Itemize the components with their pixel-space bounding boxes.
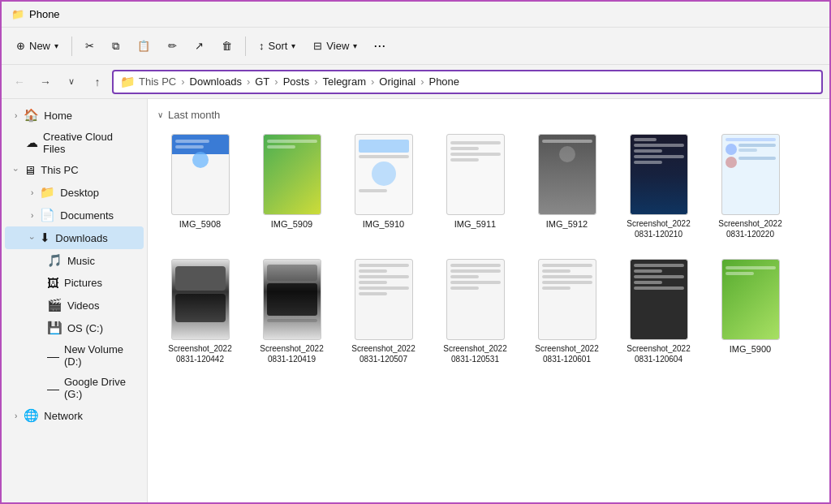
up-icon: ↑ <box>95 75 101 88</box>
list-item[interactable]: Screenshot_20220831-120604 <box>616 254 701 369</box>
share-button[interactable]: ↗ <box>187 36 212 56</box>
file-name: IMG_5911 <box>454 218 496 230</box>
sidebar-label-network: Network <box>44 410 83 422</box>
list-item[interactable]: Screenshot_20220831-120507 <box>341 254 426 369</box>
sidebar-item-os-c[interactable]: 💾 OS (C:) <box>5 317 144 339</box>
thumb-preview <box>172 135 229 214</box>
title-bar: 📁 Phone <box>2 2 829 28</box>
file-name: IMG_5912 <box>546 218 588 230</box>
separator-2 <box>245 37 246 56</box>
rename-icon: ✏ <box>168 40 177 52</box>
os-icon: 💾 <box>47 321 62 335</box>
list-item[interactable]: IMG_5900 <box>708 254 793 369</box>
sidebar-label-music: Music <box>67 255 95 267</box>
paste-icon: 📋 <box>137 40 150 52</box>
sidebar-label-downloads: Downloads <box>55 232 107 244</box>
file-thumb <box>446 134 505 215</box>
sidebar-item-downloads[interactable]: › ⬇ Downloads <box>5 226 144 249</box>
path-downloads: Downloads <box>190 75 242 88</box>
view-label: View <box>326 40 349 52</box>
rename-button[interactable]: ✏ <box>160 36 185 56</box>
dropdown-button[interactable]: ∨ <box>60 71 83 93</box>
file-thumb <box>630 134 688 215</box>
this-pc-icon: 🖥 <box>24 163 36 177</box>
path-this-pc: This PC <box>139 75 176 88</box>
list-item[interactable]: Screenshot_20220831-120531 <box>433 254 518 369</box>
file-thumb <box>630 259 688 340</box>
forward-button[interactable]: → <box>34 71 57 93</box>
view-dropdown-icon: ▾ <box>353 41 357 50</box>
file-name: Screenshot_20220831-120507 <box>351 343 415 364</box>
sidebar-item-desktop[interactable]: › 📁 Desktop <box>5 181 144 204</box>
path-posts: Posts <box>283 75 310 88</box>
sort-dropdown-icon: ▾ <box>291 41 295 50</box>
sidebar-item-videos[interactable]: 🎬 Videos <box>5 294 144 317</box>
file-thumb <box>263 259 321 340</box>
view-icon: ⊟ <box>313 40 322 52</box>
thumb-preview <box>447 135 504 214</box>
view-button[interactable]: ⊟ View ▾ <box>305 36 365 56</box>
file-name: Screenshot_20220831-120210 <box>626 218 690 239</box>
file-thumb <box>538 134 596 215</box>
file-name: Screenshot_20220831-120442 <box>168 343 231 364</box>
new-button[interactable]: ⊕ New ▾ <box>8 36 67 56</box>
cut-button[interactable]: ✂ <box>77 36 102 56</box>
thumb-preview <box>355 135 412 214</box>
file-name: Screenshot_20220831-120419 <box>260 343 323 364</box>
sidebar-item-music[interactable]: 🎵 Music <box>5 249 144 272</box>
copy-button[interactable]: ⧉ <box>104 36 127 57</box>
this-pc-expand-icon: › <box>11 169 20 171</box>
path-gt: GT <box>255 75 269 88</box>
new-label: New <box>29 40 50 52</box>
sidebar: › 🏠 Home ☁ Creative Cloud Files › 🖥 This… <box>2 99 148 504</box>
paste-button[interactable]: 📋 <box>129 36 158 56</box>
back-button[interactable]: ← <box>8 71 31 93</box>
desktop-icon: 📁 <box>40 185 55 200</box>
file-name: Screenshot_20220831-120220 <box>718 218 781 239</box>
list-item[interactable]: IMG_5910 <box>341 129 426 244</box>
music-icon: 🎵 <box>47 253 62 268</box>
delete-button[interactable]: 🗑 <box>213 36 240 56</box>
list-item[interactable]: IMG_5911 <box>433 129 518 244</box>
file-name: IMG_5909 <box>271 218 312 230</box>
sidebar-item-documents[interactable]: › 📄 Documents <box>5 204 144 226</box>
sidebar-item-pictures[interactable]: 🖼 Pictures <box>5 272 144 294</box>
list-item[interactable]: IMG_5909 <box>249 129 334 244</box>
thumb-preview <box>631 135 687 214</box>
forward-icon: → <box>40 75 51 88</box>
list-item[interactable]: IMG_5912 <box>524 129 609 244</box>
address-path[interactable]: 📁 This PC › Downloads › GT › Posts › Tel… <box>112 70 823 94</box>
file-grid-row1: IMG_5908 IMG_5909 <box>157 129 820 244</box>
google-drive-icon: — <box>47 381 59 395</box>
sidebar-item-network[interactable]: › 🌐 Network <box>5 404 144 427</box>
sep3: › <box>274 75 278 88</box>
thumb-preview <box>355 260 412 339</box>
expand-icon: › <box>15 111 17 120</box>
toolbar: ⊕ New ▾ ✂ ⧉ 📋 ✏ ↗ 🗑 ↕ Sort ▾ ⊟ View ▾ ··… <box>2 28 829 65</box>
up-button[interactable]: ↑ <box>86 71 109 93</box>
sidebar-label-videos: Videos <box>67 299 100 312</box>
list-item[interactable]: Screenshot_20220831-120210 <box>616 129 701 244</box>
path-folder-icon: 📁 <box>120 75 136 89</box>
sort-button[interactable]: ↕ Sort ▾ <box>251 36 304 56</box>
list-item[interactable]: Screenshot_20220831-120419 <box>249 254 334 369</box>
list-item[interactable]: Screenshot_20220831-120220 <box>708 129 793 244</box>
path-original: Original <box>379 75 416 88</box>
sep1: › <box>181 75 184 88</box>
file-thumb <box>721 259 780 340</box>
more-button[interactable]: ··· <box>367 33 392 58</box>
sidebar-item-creative-cloud[interactable]: ☁ Creative Cloud Files <box>5 127 144 159</box>
list-item[interactable]: Screenshot_20220831-120442 <box>157 254 243 369</box>
new-icon: ⊕ <box>16 40 25 52</box>
list-item[interactable]: Screenshot_20220831-120601 <box>524 254 609 369</box>
videos-icon: 🎬 <box>47 298 62 312</box>
sidebar-item-new-volume-d[interactable]: — New Volume (D:) <box>5 339 144 372</box>
sidebar-item-this-pc[interactable]: › 🖥 This PC <box>5 159 144 181</box>
sidebar-item-google-drive-g[interactable]: — Google Drive (G:) <box>5 372 144 404</box>
thumb-preview <box>631 260 687 339</box>
sidebar-item-home[interactable]: › 🏠 Home <box>5 104 144 127</box>
list-item[interactable]: IMG_5908 <box>157 129 243 244</box>
sep4: › <box>314 75 317 88</box>
file-name: Screenshot_20220831-120531 <box>443 343 506 364</box>
downloads-expand-icon: › <box>28 236 37 239</box>
